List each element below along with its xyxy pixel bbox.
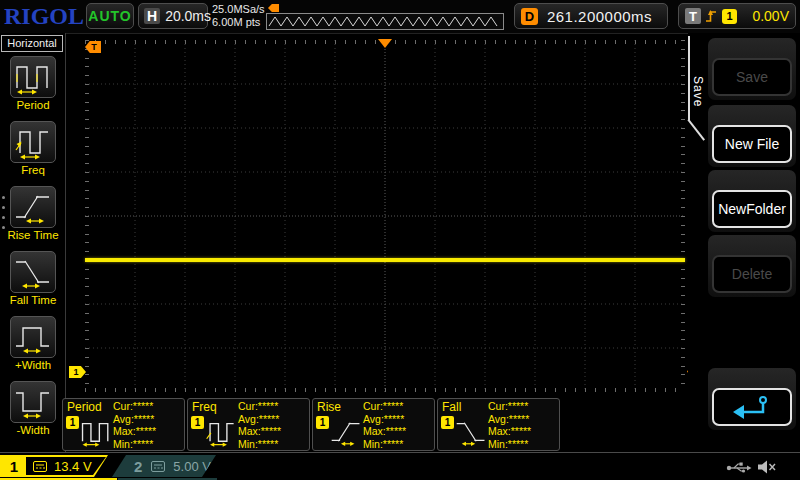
menu-item-fall-time[interactable]: Fall Time	[0, 251, 66, 306]
measure-menu-title: Horizontal	[1, 35, 63, 52]
measurement-stats: Cur:*****Avg:*****Max:*****Min:*****	[363, 400, 406, 450]
measurement-stats: Cur:*****Avg:*****Max:*****Min:*****	[113, 400, 156, 450]
menu-item-label: Period	[0, 99, 66, 111]
delete-button[interactable]: Delete	[712, 255, 792, 293]
menu-scroll-indicator	[2, 196, 5, 236]
sample-rate: 25.0MSa/s	[212, 3, 265, 16]
channel1-ground-marker: 1	[69, 366, 86, 378]
measurement-title: Freq	[192, 400, 217, 414]
new-file-button[interactable]: New File	[712, 125, 792, 163]
rising-edge-icon	[705, 8, 718, 24]
channel1-waveform	[85, 258, 685, 262]
channel-badge: 1	[316, 416, 329, 429]
timebase-value: 20.0ms	[165, 8, 211, 24]
delay-box: D 261.200000ms	[514, 3, 668, 29]
run-status-label: AUTO	[88, 8, 131, 24]
measurement-title: Period	[67, 400, 102, 414]
menu-item-label: -Width	[0, 424, 66, 436]
measurement-box-period: Period 1 Cur:*****Avg:*****Max:*****Min:…	[62, 398, 185, 451]
softkey-slot: Delete	[708, 235, 796, 297]
rise-time-icon	[330, 416, 362, 452]
menu-tab-edge	[687, 119, 705, 141]
grid-ticks-right	[681, 40, 685, 392]
channel-badge: 1	[66, 416, 79, 429]
oscilloscope-screen: RIGOL AUTO H 20.0ms 25.0MSa/s 6.00M pts …	[0, 0, 800, 480]
preview-wave-icon	[267, 14, 503, 29]
usb-icon	[726, 460, 752, 474]
measurement-stats: Cur:*****Avg:*****Max:*****Min:*****	[238, 400, 281, 450]
acquisition-info: 25.0MSa/s 6.00M pts	[212, 3, 265, 29]
menu-item-period[interactable]: Period	[0, 56, 66, 111]
rise-time-icon	[10, 186, 56, 228]
horizontal-label: H	[144, 8, 160, 24]
freq-icon	[10, 121, 56, 163]
top-status-bar: RIGOL AUTO H 20.0ms 25.0MSa/s 6.00M pts …	[0, 0, 800, 34]
delay-label: D	[521, 8, 538, 25]
measurement-title: Fall	[442, 400, 461, 414]
fall-time-icon	[455, 416, 487, 452]
channel1-scale: 13.4 V	[54, 459, 92, 474]
softkey-slot: Save	[708, 38, 796, 100]
channel1-tab[interactable]: 1 13.4 V	[0, 455, 108, 477]
channel-badge: 1	[441, 416, 454, 429]
waveform-preview-strip	[266, 13, 504, 30]
save-button[interactable]: Save	[712, 58, 792, 96]
channel2-tab[interactable]: 2 5.00 V	[112, 455, 216, 477]
save-menu-panel: Save Save New File NewFolder Delete	[688, 33, 800, 452]
softkey-slot	[708, 368, 796, 430]
menu-item-freq[interactable]: Freq	[0, 121, 66, 176]
grid-lines	[85, 40, 685, 392]
menu-item-rise-time[interactable]: Rise Time	[0, 186, 66, 241]
channel-badge: 1	[191, 416, 204, 429]
dc-coupling-icon	[151, 461, 165, 472]
trigger-level-value: 0.00V	[752, 8, 789, 24]
menu-item-plus-width[interactable]: +Width	[0, 316, 66, 371]
menu-item-label: Rise Time	[0, 229, 66, 241]
menu-item-label: Fall Time	[0, 294, 66, 306]
trigger-label: T	[685, 8, 701, 24]
channel-status-bar: 1 13.4 V 2 5.00 V	[0, 452, 800, 480]
memory-depth: 6.00M pts	[212, 16, 265, 29]
horizontal-timebase-box: H 20.0ms	[138, 3, 208, 29]
measurement-box-fall: Fall 1 Cur:*****Avg:*****Max:*****Min:**…	[437, 398, 560, 451]
delay-value: 261.200000ms	[547, 8, 652, 25]
brand-logo: RIGOL	[4, 3, 84, 30]
fall-time-icon	[10, 251, 56, 293]
speaker-muted-icon	[757, 460, 776, 474]
menu-item-label: Freq	[0, 164, 66, 176]
trigger-source-badge: 1	[722, 9, 737, 24]
measurement-stats: Cur:*****Avg:*****Max:*****Min:*****	[488, 400, 531, 450]
grid-ticks-bottom	[85, 388, 685, 392]
trigger-position-marker-icon	[378, 39, 392, 48]
channel1-number: 1	[2, 457, 26, 475]
measurement-title: Rise	[317, 400, 341, 414]
graticule: T	[85, 40, 685, 392]
menu-item-minus-width[interactable]: -Width	[0, 381, 66, 436]
period-icon	[80, 416, 112, 452]
return-arrow-icon	[730, 393, 774, 421]
new-folder-button[interactable]: NewFolder	[712, 190, 792, 228]
measurement-box-freq: Freq 1 Cur:*****Avg:*****Max:*****Min:**…	[187, 398, 310, 451]
softkey-slot: New File	[708, 105, 796, 167]
menu-tab-save: Save	[688, 36, 705, 120]
freq-icon	[205, 416, 237, 452]
period-icon	[10, 56, 56, 98]
measurement-box-rise: Rise 1 Cur:*****Avg:*****Max:*****Min:**…	[312, 398, 435, 451]
softkey-slot: NewFolder	[708, 170, 796, 232]
measure-menu-panel: Horizontal Period	[0, 33, 66, 452]
dc-coupling-icon	[33, 461, 47, 472]
channel2-scale: 5.00 V	[173, 459, 211, 474]
trigger-box: T 1 0.00V	[678, 3, 796, 29]
run-status-badge: AUTO	[86, 3, 134, 29]
menu-item-label: +Width	[0, 359, 66, 371]
memory-waveform-preview	[266, 2, 506, 31]
memory-position-marker-icon	[268, 4, 279, 12]
plus-width-icon	[10, 316, 56, 358]
channel2-number: 2	[134, 458, 142, 475]
back-button[interactable]	[712, 388, 792, 426]
minus-width-icon	[10, 381, 56, 423]
grid-ticks-left	[85, 40, 89, 392]
